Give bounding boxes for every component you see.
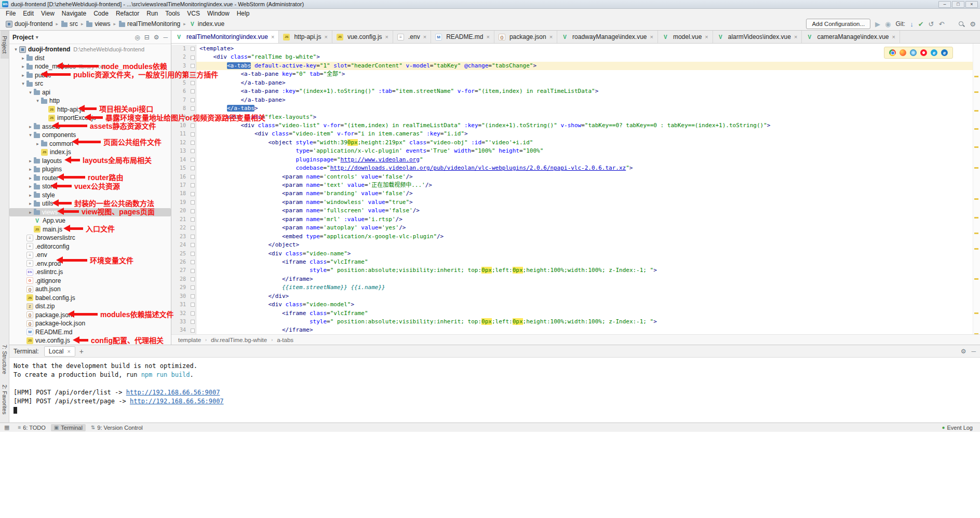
expand-arrow-icon[interactable]: ▸: [27, 158, 34, 163]
code-line[interactable]: 34 </iframe>: [171, 326, 973, 334]
editor-tab-vue-config-js[interactable]: JSvue.config.js×: [332, 31, 393, 43]
fold-marker-icon[interactable]: [189, 113, 196, 121]
expand-arrow-icon[interactable]: ▸: [27, 201, 34, 206]
tree-item-app-vue[interactable]: VApp.vue: [9, 216, 171, 225]
fold-marker-icon[interactable]: [189, 189, 196, 198]
fold-marker-icon[interactable]: [189, 250, 196, 258]
tree-item-index-js[interactable]: JSindex.js: [9, 148, 171, 157]
code-line[interactable]: 18 <param name='branding' value='false'/…: [171, 189, 973, 198]
code-line[interactable]: 11 <div class="video-item" v-for="i in i…: [171, 130, 973, 138]
stripe-tab-7-structure[interactable]: 7: Structure: [1, 339, 9, 379]
hide-panel-icon[interactable]: ─: [163, 34, 168, 41]
terminal-settings-icon[interactable]: ⚙: [961, 348, 966, 355]
scrollbar-marks[interactable]: [973, 44, 980, 334]
code-line[interactable]: 16 <param name='controls' value='false'/…: [171, 173, 973, 181]
menu-tools[interactable]: Tools: [162, 10, 183, 17]
expand-arrow-icon[interactable]: ▸: [27, 124, 34, 129]
code-line[interactable]: 14 pluginspage="http://www.videolan.org": [171, 156, 973, 164]
menu-view[interactable]: View: [37, 10, 58, 17]
code-line[interactable]: 24 </object>: [171, 241, 973, 249]
editor-tab-roadwaymanage-index-vue[interactable]: VroadwayManage\index.vue×: [557, 31, 658, 43]
close-terminal-tab-icon[interactable]: ×: [67, 348, 70, 355]
tree-item-router[interactable]: ▸router: [9, 174, 171, 183]
fold-marker-icon[interactable]: [189, 318, 196, 326]
tree-item-style[interactable]: ▸style: [9, 191, 171, 200]
code-line[interactable]: 27 style=" position:absolute;visibility:…: [171, 266, 973, 275]
fold-marker-icon[interactable]: [189, 173, 196, 181]
minimize-button[interactable]: –: [938, 1, 951, 8]
tree-item-auth-json[interactable]: {}auth.json: [9, 285, 171, 294]
code-line[interactable]: 26 <iframe class="vlcIframe": [171, 258, 973, 266]
tree-item-components[interactable]: ▾components: [9, 131, 171, 140]
menu-file[interactable]: File: [2, 10, 19, 17]
fold-marker-icon[interactable]: [189, 233, 196, 241]
code-line[interactable]: 5 </a-tab-pane>: [171, 79, 973, 87]
code-line[interactable]: 31 <div class="video-model">: [171, 301, 973, 309]
menu-help[interactable]: Help: [233, 10, 253, 17]
code-line[interactable]: 4 <a-tab-pane key="0" tab="全部">: [171, 70, 973, 78]
editor-tab-readme-md[interactable]: MREADME.md×: [431, 31, 494, 43]
tree-item-src[interactable]: ▾src: [9, 79, 171, 88]
fold-marker-icon[interactable]: [189, 70, 196, 78]
ie-icon[interactable]: e: [931, 49, 937, 56]
code-line[interactable]: 30 </div>: [171, 292, 973, 301]
toolwindow-switcher-icon[interactable]: ▦: [4, 424, 9, 431]
fold-marker-icon[interactable]: [189, 241, 196, 249]
code-line[interactable]: 21 <param name='mrl' :value='i.rtsp'/>: [171, 215, 973, 224]
expand-arrow-icon[interactable]: ▾: [12, 47, 19, 52]
code-line[interactable]: 3 <a-tabs default-active-key="1" slot="h…: [171, 62, 973, 70]
edge-icon[interactable]: e: [941, 49, 948, 56]
code-line[interactable]: 10 <div class="video-list" v-for="(item,…: [171, 121, 973, 130]
expand-arrow-icon[interactable]: ▸: [27, 210, 34, 215]
expand-arrow-icon[interactable]: ▸: [20, 73, 26, 78]
tree-item-views[interactable]: ▸views: [9, 208, 171, 217]
menu-vcs[interactable]: VCS: [183, 10, 204, 17]
tree-item-http[interactable]: ▾http: [9, 97, 171, 105]
editor-tab-cameramanage-index-vue[interactable]: VcameraManage\index.vue×: [802, 31, 900, 43]
tree-item-eslintrc-js[interactable]: ES.eslintrc.js: [9, 268, 171, 277]
editor-tab-env[interactable]: ≡.env×: [393, 31, 431, 43]
fold-marker-icon[interactable]: [189, 198, 196, 207]
fold-marker-icon[interactable]: [189, 283, 196, 292]
tree-item-common[interactable]: ▸common: [9, 140, 171, 148]
code-line[interactable]: 9 <div class="flex-layouts">: [171, 113, 973, 121]
tree-item-package-lock-json[interactable]: {}package-lock.json: [9, 319, 171, 328]
expand-arrow-icon[interactable]: ▸: [27, 167, 34, 172]
code-line[interactable]: 13 type='application/x-vlc-plugin' event…: [171, 147, 973, 155]
expand-arrow-icon[interactable]: ▸: [27, 184, 34, 189]
editor-breadcrumb-a-tabs[interactable]: a-tabs: [275, 337, 295, 343]
editor-breadcrumb-div-realtime-bg-white[interactable]: div.realTime.bg-white: [209, 337, 269, 343]
fold-marker-icon[interactable]: [189, 301, 196, 309]
tree-item-env[interactable]: ≡.env: [9, 251, 171, 260]
menu-navigate[interactable]: Navigate: [58, 10, 90, 17]
close-tab-icon[interactable]: ×: [650, 34, 653, 40]
chrome-icon[interactable]: [889, 49, 896, 56]
close-button[interactable]: ×: [965, 1, 978, 8]
editor-breadcrumb-template[interactable]: template: [177, 337, 203, 343]
expand-arrow-icon[interactable]: ▸: [20, 64, 26, 69]
tree-item-layouts[interactable]: ▸layouts: [9, 157, 171, 166]
close-tab-icon[interactable]: ×: [486, 34, 489, 40]
fold-marker-icon[interactable]: [189, 309, 196, 318]
maximize-button[interactable]: □: [952, 1, 964, 8]
debug-icon[interactable]: ◉: [885, 21, 891, 28]
close-tab-icon[interactable]: ×: [324, 34, 327, 40]
terminal-cursor[interactable]: [14, 407, 17, 414]
code-line[interactable]: 2 <div class="realTime bg-white">: [171, 53, 973, 61]
tree-item-readme-md[interactable]: MREADME.md: [9, 328, 171, 337]
terminal-hide-icon[interactable]: ─: [971, 348, 976, 355]
fold-marker-icon[interactable]: [189, 147, 196, 155]
tree-item-dist-zip[interactable]: Zdist.zip: [9, 302, 171, 311]
history-icon[interactable]: ↺: [929, 21, 934, 28]
tree-item-vue-config-js[interactable]: JSvue.config.js: [9, 336, 171, 345]
fold-marker-icon[interactable]: [189, 207, 196, 215]
editor-tab-package-json[interactable]: {}package.json×: [494, 31, 557, 43]
close-tab-icon[interactable]: ×: [385, 34, 388, 40]
code-line[interactable]: 20 <param name='fullscreen' value='false…: [171, 207, 973, 215]
fold-marker-icon[interactable]: [189, 130, 196, 138]
menu-edit[interactable]: Edit: [19, 10, 37, 17]
editor-tab-model-vue[interactable]: Vmodel.vue×: [658, 31, 713, 43]
tree-item-importexcel-js[interactable]: JSimportExcel.js: [9, 114, 171, 122]
menu-code[interactable]: Code: [90, 10, 112, 17]
stripe-tab-2-favorites[interactable]: 2: Favorites: [1, 379, 9, 419]
